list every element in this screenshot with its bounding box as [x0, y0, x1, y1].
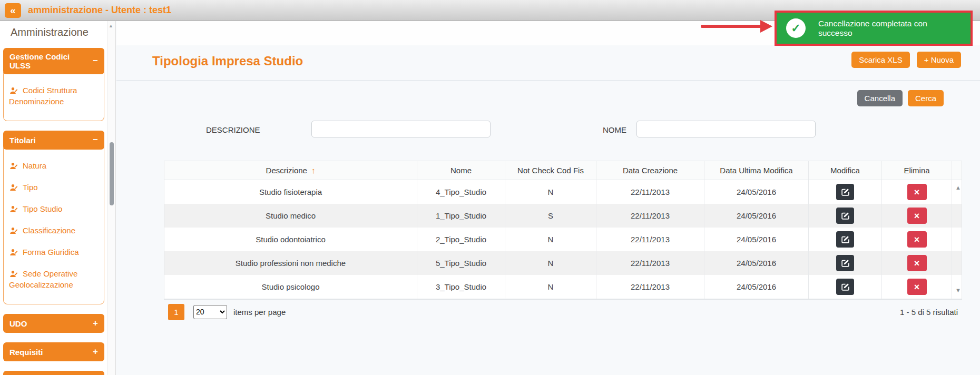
column-header-nome[interactable]: Nome [417, 161, 505, 180]
items-per-page-label: items per page [233, 308, 286, 317]
cell-nome: 3_Tipo_Studio [417, 275, 505, 299]
column-header-not-check-cod-fis[interactable]: Not Check Cod Fis [505, 161, 596, 180]
descrizione-input[interactable] [311, 121, 491, 137]
cell-descrizione: Studio professioni non mediche [164, 251, 417, 275]
grid-header-row: Descrizione ↑ Nome Not Check Cod Fis Dat… [164, 161, 962, 180]
cell-data-creazione: 22/11/2013 [596, 275, 704, 299]
download-xls-button[interactable]: Scarica XLS [851, 52, 910, 68]
page-title: Tipologia Impresa Studio [152, 54, 303, 68]
sidebar-group-label: Titolari [9, 136, 36, 145]
sidebar-item-classificazione[interactable]: Classificazione [8, 220, 100, 241]
scroll-up-icon[interactable]: ▲ [109, 23, 113, 28]
collapse-minus-icon[interactable]: − [93, 135, 98, 145]
table-row: Studio medico 1_Tipo_Studio S 22/11/2013… [164, 204, 962, 228]
user-edit-icon [9, 162, 19, 170]
edit-button[interactable] [836, 255, 854, 271]
cell-not-check-cod-fis: N [505, 251, 596, 275]
sidebar-item-sede-operative-geolocalizzazione[interactable]: Sede Operative Geolocalizzazione [8, 263, 100, 295]
column-header-label: Descrizione [266, 166, 307, 175]
cell-data-creazione: 22/11/2013 [596, 228, 704, 251]
data-grid: Descrizione ↑ Nome Not Check Cod Fis Dat… [164, 161, 962, 324]
pager: 1 20 items per page 1 - 5 di 5 risultati [164, 299, 962, 324]
sidebar-group-requisiti[interactable]: Requisiti + [3, 342, 104, 361]
sidebar-group-label: Gestione Codici ULSS [9, 52, 93, 70]
edit-button[interactable] [836, 184, 854, 200]
cell-nome: 1_Tipo_Studio [417, 204, 505, 228]
column-header-data-ultima-modifica[interactable]: Data Ultima Modifica [704, 161, 809, 180]
table-row: Studio psicologo 3_Tipo_Studio N 22/11/2… [164, 275, 962, 299]
column-header-label: Not Check Cod Fis [517, 166, 584, 175]
delete-button[interactable]: × [907, 184, 927, 200]
sidebar-scrollbar[interactable]: ▲ [107, 21, 115, 375]
delete-button[interactable]: × [907, 208, 927, 224]
column-header-elimina: Elimina [882, 161, 952, 180]
sidebar: Amministrazione Gestione Codici ULSS − C… [0, 21, 116, 375]
sidebar-item-forma-giuridica[interactable]: Forma Giuridica [8, 241, 100, 263]
user-edit-icon [9, 270, 19, 278]
cell-descrizione: Studio odontoiatrico [164, 228, 417, 251]
edit-button[interactable] [836, 208, 854, 224]
new-button[interactable]: + Nuova [917, 52, 961, 68]
annotation-arrow-head-icon [760, 20, 772, 33]
user-edit-icon [9, 248, 19, 256]
nome-input[interactable] [636, 121, 816, 137]
delete-button[interactable]: × [907, 255, 927, 271]
results-count: 1 - 5 di 5 risultati [900, 308, 958, 317]
expand-plus-icon[interactable]: + [93, 347, 98, 357]
sidebar-group-gestione-codici-ulss[interactable]: Gestione Codici ULSS − [3, 48, 104, 74]
column-header-modifica: Modifica [809, 161, 882, 180]
cell-not-check-cod-fis: N [505, 180, 596, 204]
sidebar-collapse-button[interactable]: « [5, 3, 21, 18]
cell-not-check-cod-fis: S [505, 204, 596, 228]
cell-data-creazione: 22/11/2013 [596, 251, 704, 275]
filter-actions: Cancella Cerca [857, 90, 944, 106]
edit-pencil-icon [841, 282, 850, 291]
cancel-button[interactable]: Cancella [857, 90, 903, 106]
main-content: Tipologia Impresa Studio Scarica XLS + N… [116, 21, 980, 375]
column-header-descrizione[interactable]: Descrizione ↑ [164, 161, 417, 180]
sidebar-title: Amministrazione [11, 26, 104, 38]
sidebar-scrollbar-thumb[interactable] [110, 142, 114, 205]
annotation-arrow [701, 25, 761, 28]
cell-not-check-cod-fis: N [505, 228, 596, 251]
section-divider [116, 80, 980, 81]
expand-plus-icon[interactable]: + [93, 318, 98, 329]
edit-pencil-icon [841, 259, 850, 268]
collapse-minus-icon[interactable]: − [93, 56, 98, 66]
cell-data-ultima-modifica: 24/05/2016 [704, 180, 809, 204]
sidebar-item-tipo[interactable]: Tipo [8, 176, 100, 198]
cell-descrizione: Studio psicologo [164, 275, 417, 299]
search-button[interactable]: Cerca [908, 90, 944, 106]
page-size-select[interactable]: 20 [193, 305, 227, 319]
cell-descrizione: Studio fisioterapia [164, 180, 417, 204]
edit-button[interactable] [836, 231, 854, 248]
sidebar-group-label: Requisiti [9, 348, 43, 357]
user-edit-icon [9, 205, 19, 213]
sidebar-item-natura[interactable]: Natura [8, 155, 100, 176]
delete-button[interactable]: × [907, 231, 927, 248]
sidebar-group-label: UDO [9, 319, 27, 328]
column-header-label: Data Creazione [623, 166, 678, 175]
sidebar-item-codici-struttura-denominazione[interactable]: Codici Struttura Denominazione [8, 80, 100, 112]
cell-data-creazione: 22/11/2013 [596, 204, 704, 228]
sidebar-group-configurazioni-udo[interactable]: Configurazioni UDO + [3, 371, 104, 375]
column-header-data-creazione[interactable]: Data Creazione [596, 161, 704, 180]
edit-button[interactable] [836, 279, 854, 295]
page-1-button[interactable]: 1 [168, 304, 184, 320]
toast-message: Cancellazione completata con successo [818, 19, 961, 38]
table-row: Studio professioni non mediche 5_Tipo_St… [164, 251, 962, 275]
scroll-down-icon[interactable]: ▼ [955, 287, 961, 293]
delete-button[interactable]: × [907, 279, 927, 295]
cell-data-creazione: 22/11/2013 [596, 180, 704, 204]
sidebar-item-tipo-studio[interactable]: Tipo Studio [8, 198, 100, 220]
table-row: Studio odontoiatrico 2_Tipo_Studio N 22/… [164, 228, 962, 251]
sidebar-panel-gestione-codici-ulss: Codici Struttura Denominazione [3, 72, 104, 121]
scroll-up-icon[interactable]: ▲ [955, 184, 961, 191]
cell-not-check-cod-fis: N [505, 275, 596, 299]
sidebar-group-udo[interactable]: UDO + [3, 314, 104, 333]
sidebar-content: Amministrazione Gestione Codici ULSS − C… [0, 21, 107, 375]
sidebar-group-titolari[interactable]: Titolari − [3, 131, 104, 150]
sidebar-item-label: Tipo [23, 183, 38, 192]
grid-body: Studio fisioterapia 4_Tipo_Studio N 22/1… [164, 180, 962, 299]
column-header-label: Nome [450, 166, 472, 175]
